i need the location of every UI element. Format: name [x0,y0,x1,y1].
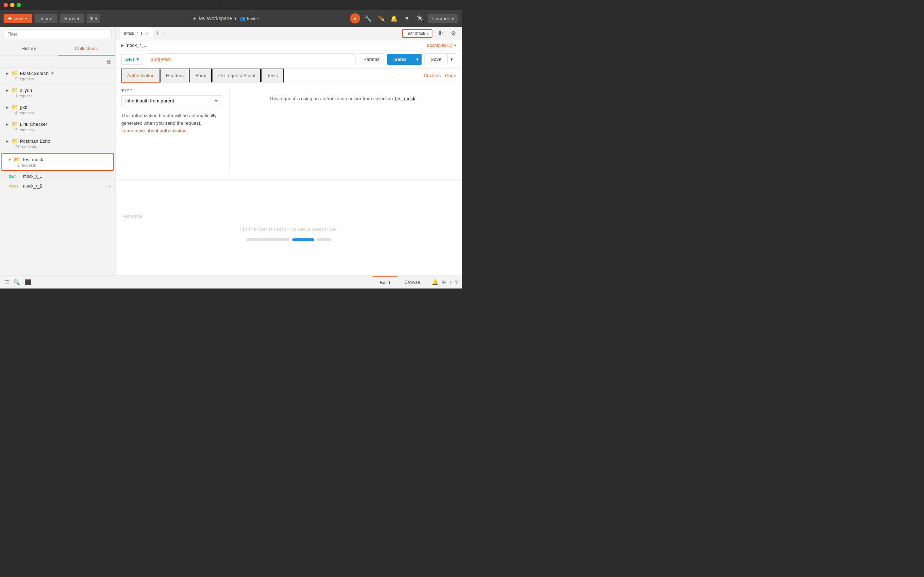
collection-item-aliyun[interactable]: ▶ 📁 aliyun 1 request [0,84,115,102]
filter-input[interactable] [3,29,111,39]
tab-body[interactable]: Body [189,69,212,82]
avatar-button[interactable]: ● [350,13,360,23]
workspace-button[interactable]: ⊞ My Workspace ▾ [192,16,237,21]
bar-blue [292,239,314,241]
learn-more-link[interactable]: Learn more about authorization [121,128,187,134]
new-dropdown-arrow: ▼ [24,16,28,21]
sidebar-tabs: History Collections [0,42,115,56]
minimize-button[interactable] [10,3,15,7]
console-icon-button[interactable]: ⬛ [24,279,31,285]
send-button-group: Send ▾ [387,54,422,65]
collection-item-elasticsearch[interactable]: ▶ 📁 ElasticSearch ★ 5 requests [0,68,115,84]
sub-tab-right: Cookies Code [424,73,456,78]
help-icon-button[interactable]: ? [455,279,458,285]
save-button[interactable]: Save [425,53,447,65]
bottom-right: Build Browse 🔔 ⊞ ↕ ? [373,276,462,289]
response-placeholder: Hit the Send button to get a response. [240,226,338,241]
workspace-dropdown-icon: ▾ [234,16,237,21]
build-button[interactable]: Build [373,276,397,289]
send-dropdown-button[interactable]: ▾ [413,54,422,65]
import-button[interactable]: Import [35,14,57,23]
params-button[interactable]: Params [359,53,384,65]
auth-right-panel: This request is using an authorization h… [229,89,456,174]
bottom-right-icons: 🔔 ⊞ ↕ ? [427,279,462,285]
heart-icon-button[interactable]: ♥ [402,13,412,23]
layout-button[interactable]: ⊞ ▾ [87,14,100,23]
request-item-mock-r1[interactable]: GET mock_r_1 [0,172,115,181]
sidebar-toolbar: ⊞ [0,56,115,68]
layout-icon-button[interactable]: ⊞ [441,279,446,285]
folder-open-icon: 📂 [14,156,20,162]
sub-tabs: Authorization Headers Body Pre-request S… [115,69,462,83]
save-dropdown-button[interactable]: ▾ [447,53,456,65]
tab-collections[interactable]: Collections [58,42,115,56]
close-button[interactable] [3,3,8,7]
request-item-mock-r2[interactable]: POST mock_r_2 ··· [0,181,115,191]
bell-icon-button[interactable]: 🔔 [389,13,399,23]
save-button-group: Save ▾ [425,53,456,65]
collection-item-postmanecho[interactable]: ▶ 📁 Postman Echo 21 requests [0,135,115,152]
window-controls [3,3,21,7]
bar-gray-left [246,239,289,241]
settings-icon-button[interactable]: ⚙ [448,29,459,39]
more-icon[interactable]: ··· [107,183,111,189]
add-collection-button[interactable]: ⊞ [107,58,111,65]
code-link[interactable]: Code [445,73,456,78]
upgrade-button[interactable]: Upgrade ▾ [428,14,459,23]
send-button[interactable]: Send [387,54,413,65]
browse-button[interactable]: Browse [397,276,427,289]
collection-item-testmock[interactable]: ▼ 📂 Test mock 2 requests [2,153,114,171]
request-tab-mock-r1[interactable]: mock_r_1 ✕ [119,27,153,40]
env-dropdown-icon: ▾ [426,31,429,36]
collection-name-link[interactable]: Test mock [394,96,415,102]
tab-authorization[interactable]: Authorization [121,69,160,82]
request-name: mock_r_1 [23,174,111,179]
tab-more-button[interactable]: ··· [162,31,167,36]
main-layout: History Collections ⊞ ▶ 📁 ElasticSearch … [0,27,462,276]
titlebar: Postman [0,0,462,10]
method-badge-get: GET [9,174,20,179]
tab-pre-request-script[interactable]: Pre-request Script [212,69,261,82]
eye-icon-button[interactable]: 👁 [435,29,446,39]
feather-icon-button[interactable]: 🪶 [376,13,386,23]
wrench-icon-button[interactable]: 🔧 [363,13,373,23]
people-icon: 👥 [240,16,246,21]
folder-icon: 📁 [11,70,18,76]
cookies-link[interactable]: Cookies [424,73,441,78]
maximize-button[interactable] [16,3,21,7]
topbar-center: ⊞ My Workspace ▾ 👥 Invite [103,16,347,21]
tab-tests[interactable]: Tests [261,69,283,82]
satellite-icon-button[interactable]: 🛰 [415,13,425,23]
runner-button[interactable]: Runner [60,14,84,23]
method-selector[interactable]: GET ▾ [121,54,143,64]
collection-item-linkchecker[interactable]: ▶ 📁 Link Checker 2 requests [0,118,115,135]
new-button[interactable]: ✚ New ▼ [3,14,32,23]
examples-link[interactable]: Examples (1) ▾ [427,43,456,48]
search-icon-button[interactable]: 🔍 [13,279,20,285]
avatar-icon: ● [354,16,356,21]
response-area: Response Hit the Send button to get a re… [115,179,462,276]
auth-type-select[interactable]: Inherit auth from parent [121,95,222,106]
add-tab-button[interactable]: + [155,29,162,37]
sidebar-filter-area [0,27,115,42]
folder-icon: 📁 [11,138,18,144]
tab-close-icon[interactable]: ✕ [145,31,149,36]
collection-item-gxb[interactable]: ▶ 📁 gxb 4 requests [0,102,115,118]
window-title: Postman [221,3,240,8]
notification-icon-button[interactable]: 🔔 [432,279,439,285]
tab-headers[interactable]: Headers [160,69,189,82]
topbar-right: ● 🔧 🪶 🔔 ♥ 🛰 Upgrade ▾ [350,13,459,23]
sidebar-toggle-button[interactable]: ☰ [4,279,9,285]
folder-icon: 📁 [11,121,18,127]
environment-selector[interactable]: Test mock ▾ [402,29,432,38]
sidebar: History Collections ⊞ ▶ 📁 ElasticSearch … [0,27,115,276]
chevron-down-icon: ▾ [454,43,456,48]
method-dropdown-icon: ▾ [136,56,139,62]
url-input[interactable] [146,53,356,65]
tab-history[interactable]: History [0,42,58,56]
bar-gray-right [317,239,331,241]
tab-bar-right: Test mock ▾ 👁 ⚙ [402,29,459,39]
request-name: mock_r_2 [23,184,104,189]
sync-icon-button[interactable]: ↕ [449,279,452,285]
invite-button[interactable]: 👥 Invite [240,16,258,21]
